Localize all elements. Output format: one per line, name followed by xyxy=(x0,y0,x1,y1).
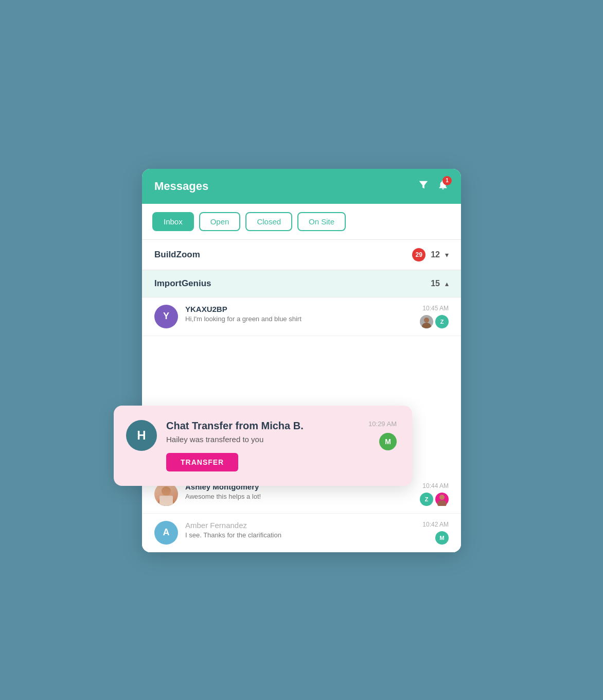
svg-point-6 xyxy=(437,500,447,506)
messages-panel: Messages 1 Inbox xyxy=(142,169,461,552)
section-importgenius-right: 15 ▴ xyxy=(431,279,449,288)
spacer xyxy=(142,336,461,341)
message-time-amber: 10:42 AM xyxy=(422,521,449,528)
message-right-amber: 10:42 AM M xyxy=(422,521,449,545)
importgenius-chevron: ▴ xyxy=(445,279,449,288)
tab-inbox[interactable]: Inbox xyxy=(152,212,194,231)
message-right-ykaxu2bp: 10:45 AM Z xyxy=(420,305,449,328)
agent-avatar-photo2 xyxy=(435,493,449,506)
message-content-amber: Amber Fernandez I see. Thanks for the cl… xyxy=(185,521,417,539)
section-importgenius[interactable]: ImportGenius 15 ▴ xyxy=(142,270,461,297)
message-time-ashley: 10:44 AM xyxy=(422,482,449,489)
message-content-ykaxu2bp: YKAXU2BP Hi,I'm looking for a green and … xyxy=(185,305,415,323)
agent-avatars-ashley: Z xyxy=(420,493,449,506)
transfer-agent-avatar: M xyxy=(379,433,397,450)
header-icons: 1 xyxy=(418,179,449,194)
message-preview-ashley: Awesome this helps a lot! xyxy=(185,493,415,500)
transfer-body: Chat Transfer from Micha B. Hailey was t… xyxy=(166,420,359,471)
section-buildzoom-right: 29 12 ▾ xyxy=(412,248,449,261)
message-right-ashley: 10:44 AM Z xyxy=(420,482,449,506)
buildzoom-chevron: ▾ xyxy=(445,251,449,259)
avatar-amber: A xyxy=(154,521,178,545)
svg-rect-4 xyxy=(159,496,173,506)
message-name-amber: Amber Fernandez xyxy=(185,521,417,530)
transfer-card: H Chat Transfer from Micha B. Hailey was… xyxy=(114,406,412,486)
agent-avatar-z2: Z xyxy=(420,493,433,506)
transfer-avatar: H xyxy=(126,420,157,451)
bell-container[interactable]: 1 xyxy=(437,179,449,194)
message-time-ykaxu2bp: 10:45 AM xyxy=(422,305,449,312)
agent-photo-1 xyxy=(420,315,433,328)
svg-point-2 xyxy=(162,486,171,496)
message-item-amber[interactable]: A Amber Fernandez I see. Thanks for the … xyxy=(142,514,461,552)
tab-onsite[interactable]: On Site xyxy=(297,212,346,231)
section-importgenius-name: ImportGenius xyxy=(154,278,211,289)
agent-avatar-m: M xyxy=(435,531,449,545)
agent-avatars-ykaxu2bp: Z xyxy=(420,315,449,328)
avatar-ykaxu2bp: Y xyxy=(154,305,178,328)
buildzoom-badge: 29 xyxy=(412,248,425,261)
message-item-ykaxu2bp[interactable]: Y YKAXU2BP Hi,I'm looking for a green an… xyxy=(142,297,461,336)
messages-header: Messages 1 xyxy=(142,169,461,204)
transfer-right: 10:29 AM M xyxy=(368,420,397,450)
filter-icon[interactable] xyxy=(418,179,429,193)
main-container: Messages 1 Inbox xyxy=(142,169,461,552)
tabs-row: Inbox Open Closed On Site xyxy=(142,204,461,240)
tab-closed[interactable]: Closed xyxy=(245,212,292,231)
agent-avatars-amber: M xyxy=(435,531,449,545)
importgenius-count: 15 xyxy=(431,279,440,288)
transfer-time: 10:29 AM xyxy=(368,420,397,428)
transfer-subtitle: Hailey was transfered to you xyxy=(166,435,359,444)
message-preview-amber: I see. Thanks for the clarification xyxy=(185,531,417,539)
notification-badge: 1 xyxy=(442,176,452,185)
message-preview-ykaxu2bp: Hi,I'm looking for a green and blue shir… xyxy=(185,315,415,323)
agent-avatar-z1: Z xyxy=(435,315,449,328)
messages-title: Messages xyxy=(154,180,208,193)
svg-point-0 xyxy=(424,318,429,323)
svg-point-1 xyxy=(422,323,431,328)
svg-point-5 xyxy=(439,495,445,500)
message-name-ykaxu2bp: YKAXU2BP xyxy=(185,305,415,313)
transfer-title: Chat Transfer from Micha B. xyxy=(166,420,359,432)
transfer-button[interactable]: TRANSFER xyxy=(166,453,238,471)
section-buildzoom-name: BuildZoom xyxy=(154,250,200,260)
tab-open[interactable]: Open xyxy=(199,212,241,231)
buildzoom-count: 12 xyxy=(431,250,440,259)
section-buildzoom[interactable]: BuildZoom 29 12 ▾ xyxy=(142,240,461,270)
